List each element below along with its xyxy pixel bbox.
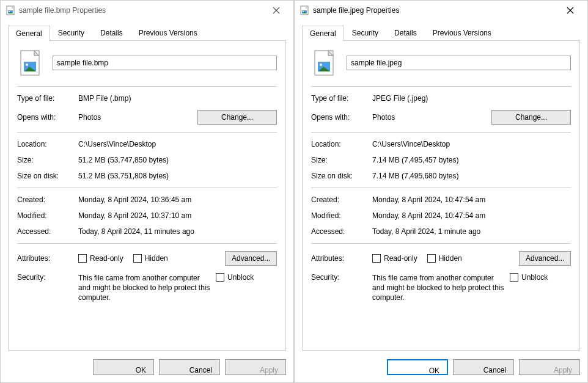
- tab-security[interactable]: Security: [344, 25, 386, 40]
- modified-label: Modified:: [311, 211, 372, 220]
- titlebar[interactable]: sample file.bmp Properties: [1, 1, 293, 20]
- type-label: Type of file:: [17, 94, 78, 103]
- created-label: Created:: [311, 195, 372, 204]
- cancel-button[interactable]: Cancel: [453, 359, 514, 375]
- unblock-label: Unblock: [521, 273, 548, 282]
- security-label: Security:: [17, 273, 78, 282]
- security-text: This file came from another computer and…: [78, 273, 216, 303]
- svg-point-8: [303, 11, 304, 12]
- file-type-icon: [311, 49, 338, 76]
- readonly-label: Read-only: [384, 254, 417, 263]
- image-file-icon: [300, 5, 309, 15]
- tab-previous-versions[interactable]: Previous Versions: [131, 25, 205, 40]
- hidden-checkbox[interactable]: Hidden: [427, 254, 462, 263]
- tab-strip: General Security Details Previous Versio…: [302, 25, 580, 41]
- modified-label: Modified:: [17, 211, 78, 220]
- svg-point-5: [26, 64, 28, 66]
- dialog-footer: OK Cancel Apply: [1, 353, 293, 382]
- unblock-checkbox[interactable]: Unblock: [510, 273, 548, 282]
- security-text: This file came from another computer and…: [372, 273, 510, 303]
- accessed-label: Accessed:: [17, 227, 78, 236]
- dialog-footer: OK Cancel Apply: [295, 353, 587, 382]
- properties-dialog-jpeg: sample file.jpeg Properties General Secu…: [294, 0, 588, 383]
- accessed-value: Today, 8 April 2024, 1 minute ago: [372, 227, 571, 236]
- close-icon[interactable]: [558, 1, 582, 20]
- apply-button[interactable]: Apply: [519, 359, 580, 375]
- hidden-label: Hidden: [439, 254, 462, 263]
- location-label: Location:: [17, 140, 78, 148]
- tab-general[interactable]: General: [8, 26, 50, 41]
- close-icon[interactable]: [264, 1, 288, 20]
- advanced-button[interactable]: Advanced...: [225, 251, 277, 266]
- titlebar[interactable]: sample file.jpeg Properties: [295, 1, 587, 20]
- readonly-checkbox[interactable]: Read-only: [78, 254, 123, 263]
- unblock-label: Unblock: [227, 273, 254, 282]
- location-value: C:\Users\Vince\Desktop: [78, 140, 277, 148]
- tab-general[interactable]: General: [302, 26, 344, 41]
- size-on-disk-value: 7.14 MB (7,495,680 bytes): [372, 172, 571, 180]
- cancel-button[interactable]: Cancel: [159, 359, 220, 375]
- accessed-label: Accessed:: [311, 227, 372, 236]
- location-label: Location:: [311, 140, 372, 148]
- type-label: Type of file:: [311, 94, 372, 103]
- attributes-label: Attributes:: [311, 254, 372, 263]
- opens-with-value: Photos: [78, 113, 197, 122]
- tab-security[interactable]: Security: [50, 25, 92, 40]
- modified-value: Monday, 8 April 2024, 10:47:54 am: [372, 211, 571, 220]
- opens-with-value: Photos: [372, 113, 491, 122]
- change-button[interactable]: Change...: [197, 110, 277, 125]
- svg-point-2: [9, 11, 10, 12]
- apply-button[interactable]: Apply: [225, 359, 286, 375]
- opens-with-label: Opens with:: [311, 113, 372, 122]
- hidden-label: Hidden: [145, 254, 168, 263]
- change-button[interactable]: Change...: [491, 110, 571, 125]
- type-value: BMP File (.bmp): [78, 94, 277, 103]
- tab-details[interactable]: Details: [386, 25, 425, 40]
- tab-previous-versions[interactable]: Previous Versions: [425, 25, 499, 40]
- security-label: Security:: [311, 273, 372, 282]
- unblock-checkbox[interactable]: Unblock: [216, 273, 254, 282]
- created-label: Created:: [17, 195, 78, 204]
- accessed-value: Today, 8 April 2024, 11 minutes ago: [78, 227, 277, 236]
- opens-with-label: Opens with:: [17, 113, 78, 122]
- size-label: Size:: [311, 156, 372, 164]
- svg-point-11: [320, 64, 322, 66]
- tab-strip: General Security Details Previous Versio…: [8, 25, 286, 41]
- created-value: Monday, 8 April 2024, 10:36:45 am: [78, 195, 277, 204]
- readonly-label: Read-only: [90, 254, 123, 263]
- filename-input[interactable]: [347, 56, 571, 70]
- size-value: 7.14 MB (7,495,457 bytes): [372, 156, 571, 164]
- size-on-disk-value: 51.2 MB (53,751,808 bytes): [78, 172, 277, 180]
- type-value: JPEG File (.jpeg): [372, 94, 571, 103]
- attributes-label: Attributes:: [17, 254, 78, 263]
- file-type-icon: [17, 49, 44, 76]
- general-panel: Type of file: JPEG File (.jpeg) Opens wi…: [302, 41, 580, 351]
- ok-button[interactable]: OK: [387, 359, 448, 375]
- size-label: Size:: [17, 156, 78, 164]
- size-on-disk-label: Size on disk:: [17, 172, 78, 180]
- size-value: 51.2 MB (53,747,850 bytes): [78, 156, 277, 164]
- filename-input[interactable]: [53, 56, 277, 70]
- readonly-checkbox[interactable]: Read-only: [372, 254, 417, 263]
- window-title: sample file.bmp Properties: [19, 6, 264, 15]
- advanced-button[interactable]: Advanced...: [519, 251, 571, 266]
- size-on-disk-label: Size on disk:: [311, 172, 372, 180]
- ok-button[interactable]: OK: [93, 359, 154, 375]
- hidden-checkbox[interactable]: Hidden: [133, 254, 168, 263]
- tab-details[interactable]: Details: [92, 25, 131, 40]
- image-file-icon: [6, 5, 15, 15]
- window-title: sample file.jpeg Properties: [313, 6, 558, 15]
- general-panel: Type of file: BMP File (.bmp) Opens with…: [8, 41, 286, 351]
- created-value: Monday, 8 April 2024, 10:47:54 am: [372, 195, 571, 204]
- modified-value: Monday, 8 April 2024, 10:37:10 am: [78, 211, 277, 220]
- properties-dialog-bmp: sample file.bmp Properties General Secur…: [0, 0, 294, 383]
- location-value: C:\Users\Vince\Desktop: [372, 140, 571, 148]
